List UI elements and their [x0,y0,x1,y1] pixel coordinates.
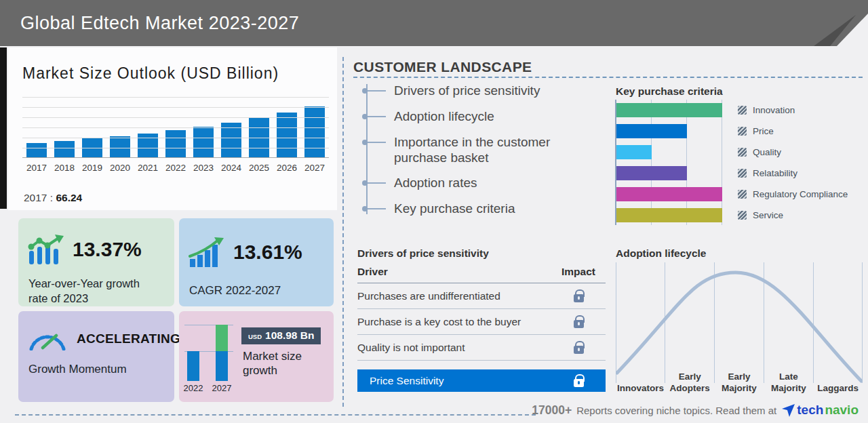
timeline-connector [368,182,386,184]
x-tick-2024: 2024 [218,163,244,173]
cagr-label: CAGR 2022-2027 [189,283,318,298]
report-count: 17000+ [532,403,572,418]
landscape-item-4: Key purchase criteria [362,201,599,217]
note-year: 2017 [24,192,47,203]
column-divider [342,57,344,407]
plot-gridline-5 [22,148,329,148]
kpc-bar-Quality [616,145,652,159]
stage-label-1: Early Adopters [665,371,715,395]
landscape-item-label: Drivers of price sensitivity [394,83,540,98]
landscape-item-label: Key purchase criteria [394,201,515,216]
market-size-chart [22,97,329,158]
kpc-bar-Innovation [616,103,722,117]
kpc-legend-label: Price [753,126,774,136]
x-tick-2017: 2017 [24,163,50,173]
lock-icon [574,320,584,328]
timeline-connector [368,90,386,92]
impact-cell [551,342,606,354]
momentum-label: Growth Momentum [28,363,127,376]
market-bar-2018 [54,141,75,157]
kpc-legend-label: Quality [753,147,781,157]
yoy-value: 13.37% [73,238,142,261]
cagr-value: 13.61% [233,241,302,264]
timeline-dot-icon [362,140,368,145]
timeline-connector [368,116,386,117]
landscape-item-label: Adoption rates [394,175,477,190]
table-header-row: Driver Impact [357,266,606,283]
technavio-arrow-icon [781,403,795,418]
x-tick-2020: 2020 [107,163,133,173]
hatch-swatch-icon [738,106,747,115]
footer: 17000+ Reports covering niche topics. Re… [532,403,859,418]
timeline-dot-icon [362,206,368,212]
kpc-legend: InnovationPriceQualityRelatabilityRegula… [738,103,848,222]
timeline-dot-icon [362,180,368,186]
lock-icon [574,346,584,354]
brand-tech: tech [797,403,823,418]
kpc-legend-label: Relatability [753,168,797,178]
key-purchase-criteria-title: Key purchase criteria [616,85,723,98]
x-tick-2019: 2019 [79,163,105,173]
landscape-item-label: Importance in the customer purchase bask… [394,134,599,165]
hatch-swatch-icon [738,127,747,136]
kpc-legend-label: Service [753,210,783,220]
growth-curve-icon [189,237,225,267]
page-title: Global Edtech Market 2023-2027 [20,13,299,34]
hatch-swatch-icon [738,148,747,157]
usd-amount-badge: USD 108.98 Bn [241,327,321,344]
driver-row-2: Quality is not important [357,335,606,361]
landscape-item-0: Drivers of price sensitivity [362,83,599,99]
footer-divider [15,414,536,416]
left-accent-bar [0,47,7,209]
hatch-swatch-icon [738,211,747,220]
market-bar-2017 [26,143,47,157]
kpc-legend-item-5: Service [738,208,848,222]
landscape-item-1: Adoption lifecycle [362,108,599,125]
market-bar-2026 [277,113,297,157]
momentum-card: ACCELERATING Growth Momentum [18,311,174,402]
price-sensitivity-highlight-row[interactable]: Price Sensitivity [357,369,606,392]
market-bar-2027 [304,106,325,157]
timeline-dot-icon [362,114,368,119]
market-outlook-title: Market Size Outlook (USD Billion) [22,64,279,83]
x-tick-2027: 2027 [302,163,328,173]
x-tick-2026: 2026 [274,163,300,173]
mini-bar-2022 [187,351,199,381]
kpc-legend-label: Innovation [753,105,795,115]
momentum-value: ACCELERATING [77,331,180,346]
x-tick-2018: 2018 [52,163,77,173]
table-body: Purchases are undifferentiatedPurchase i… [357,283,606,361]
x-tick-2021: 2021 [135,163,161,173]
header-band: Global Edtech Market 2023-2027 [0,0,868,46]
impact-cell [551,316,606,328]
landscape-item-list: Drivers of price sensitivityAdoption lif… [362,83,599,217]
lock-icon [574,379,584,387]
landscape-item-2: Importance in the customer purchase bask… [362,134,599,165]
kpc-legend-item-2: Quality [738,145,848,159]
stage-label-3: Late Majority [764,371,813,395]
timeline-connector [368,142,386,143]
page-curl-decoration [811,0,868,46]
brand-navio: navio [825,403,859,418]
landscape-item-label: Adoption lifecycle [394,108,494,124]
kpc-legend-item-4: Regulatory Compliance [738,187,848,201]
stage-label-0: Innovators [616,383,665,395]
market-bar-2023 [193,127,214,157]
driver-label: Purchases are undifferentiated [357,290,500,302]
col-impact: Impact [551,266,606,278]
badge-amount: 108.98 Bn [265,329,314,342]
market-bar-2022 [165,130,186,157]
driver-label: Purchase is a key cost to the buyer [357,316,521,328]
customer-landscape-underline [353,77,863,78]
technavio-logo[interactable]: tech navio [781,403,859,418]
customer-landscape-title: CUSTOMER LANDSCAPE [353,59,532,75]
adoption-stage-labels: InnovatorsEarly AdoptersEarly MajorityLa… [616,366,863,395]
cagr-card: 13.61% CAGR 2022-2027 [179,218,334,306]
size-growth-label: Market size growth [243,349,324,378]
mini-bar-2027-base [216,351,228,381]
yoy-growth-card: 13.37% Year-over-Year growth rate of 202… [18,218,174,306]
bar-trend-icon [28,233,64,266]
mini-bar-2027-growth [216,325,228,351]
landscape-item-3: Adoption rates [362,175,599,191]
price-sensitivity-title: Drivers of price sensitivity [357,247,489,260]
